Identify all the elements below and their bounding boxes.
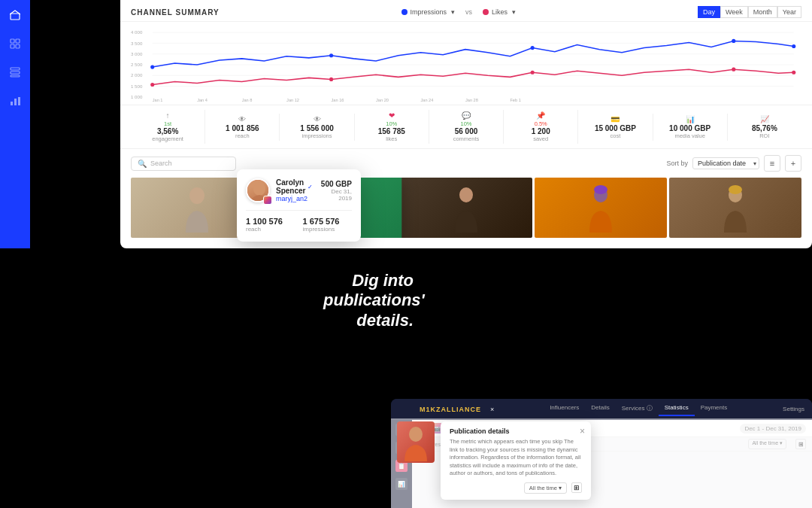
profile-amount: 500 GBP [319,180,352,188]
sidebar-home-icon[interactable] [8,8,23,23]
svg-rect-8 [11,102,13,105]
svg-text:3 000: 3 000 [131,51,143,56]
svg-text:2 500: 2 500 [131,62,143,67]
legend-area: Impressions ▾ vs Likes ▾ [401,8,517,16]
tab-details[interactable]: Details [585,402,615,416]
bottom-panel-header: M1KZALLIANCE × Influencers Details Servi… [391,399,812,420]
search-icon: 🔍 [138,160,147,168]
svg-rect-6 [11,71,20,74]
impressions-label: impressions [303,226,353,233]
modal-filter-icon[interactable]: ⊞ [571,482,582,493]
time-btn-day[interactable]: Day [698,6,720,18]
bottom-panel: M1KZALLIANCE × Influencers Details Servi… [391,399,812,508]
svg-point-24 [150,65,154,69]
svg-point-48 [459,187,473,202]
modal-title: Publication details [450,427,582,435]
likes-dot [483,9,489,15]
time-btn-month[interactable]: Month [748,6,777,18]
legend-likes: Likes ▾ [483,8,516,16]
stat-comments: 💬 10% 56 000 comments [429,110,504,144]
svg-text:Jan 28: Jan 28 [465,98,478,102]
profile-handle: maryj_an2 [276,195,313,202]
svg-text:Feb 1: Feb 1 [510,98,520,102]
svg-text:4 000: 4 000 [131,29,143,35]
reach-label: reach [246,226,295,233]
sort-by-label: Sort by [666,160,688,167]
svg-point-28 [792,44,795,48]
svg-point-54 [412,427,423,442]
stat-engagement: ↑ 1st 3,56% engagement [131,110,205,144]
stats-row: ↑ 1st 3,56% engagement 👁 1 001 856 reach… [120,105,812,149]
svg-text:Jan 8: Jan 8 [242,98,253,102]
modal-close-button[interactable]: × [580,426,585,437]
profile-stats: 1 100 576 reach 1 675 576 impressions [246,210,352,233]
impressions-value: 1 675 576 [303,217,353,226]
mid-text: Dig into publications' details. [323,271,414,330]
stat-impressions: 👁 1 556 000 impressions [280,114,354,141]
time-btn-week[interactable]: Week [720,6,748,18]
tab-statistics[interactable]: Statistics [659,402,695,416]
svg-point-31 [531,71,535,75]
toolbar: 🔍 Search Sort by Publication date ≡ + [120,149,812,178]
search-placeholder: Search [150,160,172,167]
svg-rect-7 [11,75,20,77]
svg-point-26 [531,46,535,50]
svg-rect-10 [18,97,20,105]
svg-rect-3 [11,44,14,48]
svg-text:Jan 24: Jan 24 [421,98,434,102]
svg-text:Jan 4: Jan 4 [197,98,208,102]
svg-text:Jan 20: Jan 20 [376,98,389,102]
stat-likes: ❤ 10% 156 785 likes [355,110,429,144]
svg-point-27 [732,39,735,43]
stat-cost: 💳 15 000 GBP cost [578,114,653,141]
dashboard-panel: CHANNEL SUMMARY Impressions ▾ vs Likes ▾… [120,0,812,248]
verified-icon: ✓ [308,184,313,190]
grid-image-4[interactable] [535,178,667,238]
time-btn-year[interactable]: Year [777,6,801,18]
mid-text-line1: Dig into [352,271,414,290]
modal-footer: All the time ▾ ⊞ [450,482,582,494]
avatar-wrapper [246,178,270,202]
svg-rect-2 [16,39,20,43]
grid-image-3[interactable] [400,178,532,238]
search-box[interactable]: 🔍 Search [131,157,236,171]
chart-svg: 4 000 3 500 3 000 2 500 2 000 1 500 1 00… [131,25,801,102]
sidebar-chart-icon[interactable] [8,93,23,108]
sidebar-grid-icon[interactable] [8,65,23,80]
profile-date: Dec 31, 2019 [319,188,352,202]
svg-rect-0 [11,14,20,20]
settings-label[interactable]: Settings [783,406,804,412]
impressions-dot [401,9,408,15]
svg-point-43 [189,187,205,204]
legend-impressions: Impressions ▾ [401,8,456,16]
stat-saved: 📌 0.5% 1 200 saved [504,110,578,144]
channel-summary-title: CHANNEL SUMMARY [131,8,220,17]
svg-point-32 [732,68,735,71]
tab-services[interactable]: Services ⓘ [616,402,659,416]
sidebar-puzzle-icon[interactable] [8,36,23,51]
sort-dropdown[interactable]: Publication date [692,157,759,169]
tab-payments[interactable]: Payments [695,402,734,416]
all-time-select[interactable]: All the time ▾ [524,482,567,494]
tab-influencers[interactable]: Influencers [544,402,585,416]
add-button[interactable]: + [785,155,801,172]
profile-stat-reach: 1 100 576 reach [246,217,295,233]
svg-text:2 000: 2 000 [131,72,143,78]
close-icon[interactable]: × [490,406,494,413]
time-buttons: Day Week Month Year [698,6,801,18]
chart-area: 4 000 3 500 3 000 2 500 2 000 1 500 1 00… [120,22,812,105]
influencer-thumbnail[interactable] [412,421,435,463]
stat-roi: 📈 85,76% ROI [728,114,801,141]
publication-details-modal: Publication details The metric which app… [441,421,591,500]
instagram-badge [263,196,272,205]
sort-select[interactable]: Publication date [692,157,759,169]
list-view-button[interactable]: ≡ [764,155,780,172]
stat-reach: 👁 1 001 856 reach [205,114,280,141]
svg-text:Jan 1: Jan 1 [153,98,163,102]
dashboard-header: CHANNEL SUMMARY Impressions ▾ vs Likes ▾… [120,0,812,22]
vs-label: vs [465,8,472,16]
bottom-main-content: f 📷 t Direct Story Dec 1 - Dec 31, 2019 … [412,420,812,508]
grid-image-5[interactable] [669,178,801,238]
svg-text:1 000: 1 000 [131,94,143,99]
svg-text:Jan 16: Jan 16 [332,98,344,102]
